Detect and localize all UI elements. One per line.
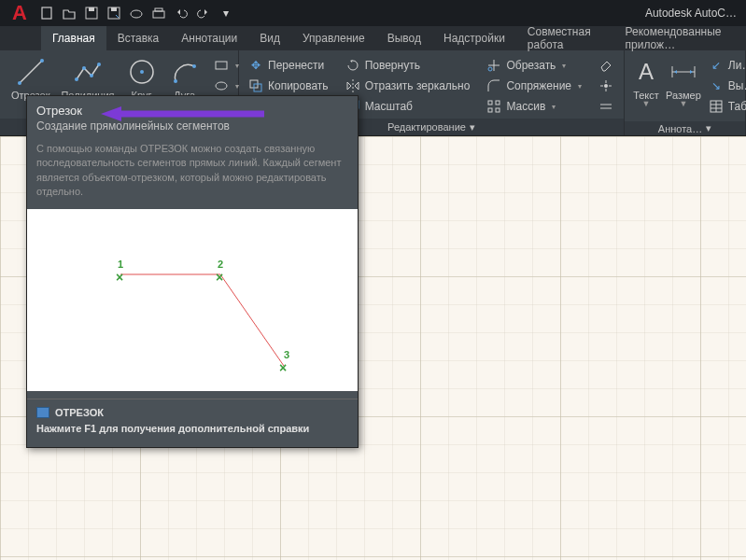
table-button[interactable]: Таб…	[705, 97, 746, 116]
tab-addins[interactable]: Надстройки	[432, 26, 516, 50]
line-icon	[15, 56, 47, 88]
svg-point-18	[192, 64, 196, 68]
svg-rect-4	[111, 7, 117, 11]
svg-point-13	[90, 74, 93, 77]
svg-text:1: 1	[118, 259, 123, 270]
svg-point-11	[75, 77, 78, 81]
svg-line-49	[220, 274, 284, 366]
undo-icon[interactable]	[172, 4, 190, 22]
svg-point-20	[216, 82, 227, 90]
svg-point-12	[82, 66, 86, 70]
command-icon	[36, 407, 49, 418]
fillet-icon	[486, 78, 501, 93]
move-button[interactable]: ✥Перенести	[245, 56, 332, 75]
table-icon	[709, 99, 724, 114]
tooltip-illustration: 1 × 2 × 3 ×	[27, 209, 358, 391]
mirror-button[interactable]: Отразить зеркально	[342, 77, 474, 95]
tab-home[interactable]: Главная	[41, 26, 106, 50]
redo-icon[interactable]	[194, 4, 213, 22]
svg-text:×: ×	[216, 270, 223, 285]
tooltip-command: ОТРЕЗОК	[27, 399, 358, 420]
plot-icon[interactable]	[149, 4, 168, 22]
svg-point-17	[174, 79, 177, 83]
app-title: Autodesk AutoC…	[645, 7, 742, 20]
rotate-button[interactable]: Повернуть	[342, 56, 474, 75]
svg-point-29	[488, 67, 492, 71]
svg-point-9	[18, 81, 21, 85]
rect-icon	[214, 58, 229, 73]
scale-button[interactable]: Масштаб	[342, 97, 474, 116]
ribbon-tabs: Главная Вставка Аннотации Вид Управление…	[0, 26, 746, 50]
rect-button[interactable]: ▾	[210, 56, 243, 75]
arc-icon	[169, 56, 201, 88]
tab-annotate[interactable]: Аннотации	[170, 26, 248, 50]
mleader-icon: ↘	[709, 78, 724, 93]
svg-rect-6	[153, 11, 164, 18]
copy-button[interactable]: Копировать	[245, 77, 332, 95]
fillet-button[interactable]: Сопряжение▾	[483, 77, 585, 95]
svg-marker-57	[101, 106, 121, 121]
erase-button[interactable]	[595, 56, 617, 75]
text-button[interactable]: A Текст ▼	[628, 54, 664, 110]
move-icon: ✥	[248, 58, 263, 73]
svg-text:×: ×	[116, 270, 123, 285]
ellipse-icon	[214, 78, 229, 93]
svg-line-8	[20, 61, 42, 83]
svg-rect-30	[488, 101, 492, 105]
saveas-icon[interactable]	[105, 4, 123, 22]
new-icon[interactable]	[37, 4, 56, 22]
explode-button[interactable]	[595, 77, 617, 95]
panel-annotation: A Текст ▼ Размер ▼ ↙Ли… ↘Вы… Таб… Аннота…	[625, 50, 746, 135]
svg-point-5	[131, 10, 142, 18]
svg-text:×: ×	[279, 360, 287, 375]
explode-icon	[598, 78, 613, 93]
dimension-button[interactable]: Размер ▼	[664, 54, 703, 110]
text-icon: A	[630, 56, 662, 88]
offset-icon	[598, 99, 613, 114]
tooltip-description: С помощью команды ОТРЕЗОК можно создать …	[27, 142, 358, 209]
svg-point-16	[140, 70, 144, 74]
annotation-arrow	[101, 105, 269, 123]
tab-collab[interactable]: Совместная работа	[516, 26, 614, 50]
svg-rect-2	[89, 7, 94, 11]
svg-rect-31	[496, 101, 500, 105]
trim-button[interactable]: Обрезать▾	[483, 56, 585, 75]
svg-text:3: 3	[284, 349, 289, 360]
array-icon	[486, 99, 501, 114]
caret-icon: ▼	[642, 99, 651, 108]
tab-manage[interactable]: Управление	[291, 26, 376, 50]
qat-dropdown-icon[interactable]: ▾	[217, 4, 235, 22]
trim-icon	[486, 58, 501, 73]
mirror-icon	[345, 78, 360, 93]
panel-caret-icon: ▾	[706, 122, 711, 134]
tab-output[interactable]: Вывод	[376, 26, 432, 50]
tab-view[interactable]: Вид	[248, 26, 291, 50]
tab-featured[interactable]: Рекомендованные прилож…	[614, 26, 746, 50]
svg-point-34	[604, 84, 608, 88]
tab-insert[interactable]: Вставка	[106, 26, 171, 50]
circle-icon	[126, 56, 158, 88]
ellipse-button[interactable]: ▾	[210, 77, 243, 95]
tooltip-line: Отрезок Создание прямолинейных сегментов…	[26, 95, 359, 448]
svg-point-14	[97, 63, 101, 66]
polyline-icon	[72, 56, 104, 88]
leader-button[interactable]: ↙Ли…	[705, 56, 746, 75]
panel-annot-label[interactable]: Аннота…▾	[625, 121, 745, 135]
dimension-icon	[668, 56, 699, 88]
cloud-icon[interactable]	[127, 4, 146, 22]
save-icon[interactable]	[82, 4, 101, 22]
tooltip-help: Нажмите F1 для получения дополнительной …	[27, 420, 358, 447]
svg-rect-7	[155, 8, 162, 11]
array-button[interactable]: Массив▾	[483, 97, 585, 116]
svg-rect-33	[496, 108, 500, 112]
svg-rect-32	[488, 108, 492, 112]
app-logo[interactable]: A	[4, 0, 35, 26]
mleader-button[interactable]: ↘Вы…	[705, 77, 746, 95]
leader-icon: ↙	[709, 58, 724, 73]
erase-icon	[598, 58, 613, 73]
quick-access-toolbar: A ▾ Autodesk AutoC…	[0, 0, 746, 26]
offset-button[interactable]	[595, 97, 617, 116]
open-icon[interactable]	[60, 4, 78, 22]
panel-caret-icon: ▾	[470, 121, 475, 133]
caret-icon: ▼	[679, 99, 687, 108]
